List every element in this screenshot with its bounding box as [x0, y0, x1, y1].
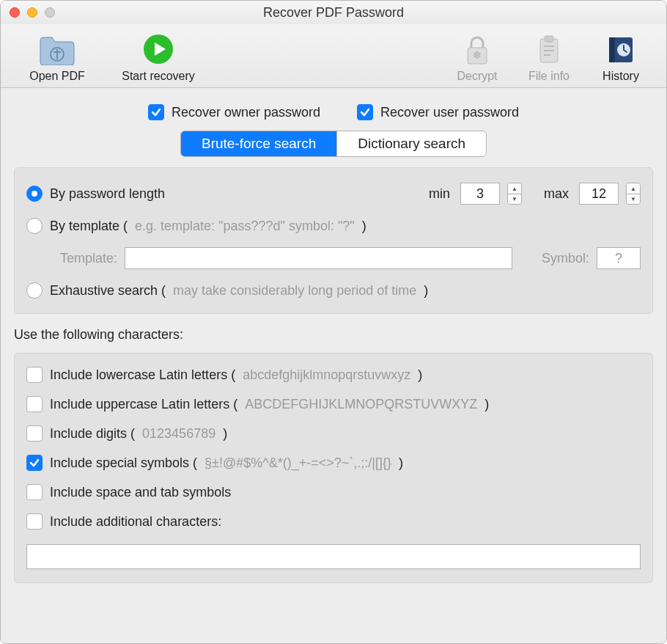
file-info-label: File info	[528, 70, 570, 83]
digits-checkbox[interactable]	[26, 425, 43, 442]
lowercase-checkbox[interactable]	[26, 367, 43, 383]
max-input[interactable]: 12	[579, 183, 619, 205]
close-paren: )	[223, 426, 227, 442]
by-template-radio[interactable]	[26, 218, 43, 234]
by-template-hint: e.g. template: "pass???d" symbol: "?"	[135, 219, 355, 234]
open-pdf-label: Open PDF	[29, 70, 85, 83]
additional-input[interactable]	[26, 544, 641, 569]
titlebar: Recover PDF Password	[1, 1, 666, 24]
recover-user-label: Recover user password	[380, 105, 519, 120]
template-input[interactable]	[125, 247, 512, 269]
symbols-hint: §±!@#$%^&*()_+-=<>?~`,.;:/|[]{}	[204, 455, 391, 471]
recover-owner-checkbox[interactable]	[148, 104, 164, 120]
by-length-label: By password length	[50, 186, 165, 202]
symbols-checkbox[interactable]	[26, 455, 43, 471]
traffic-lights	[10, 7, 55, 18]
recover-user-checkbox[interactable]	[357, 104, 373, 120]
symbols-row: Include special symbols (§±!@#$%^&*()_+-…	[26, 455, 641, 471]
template-input-row: Template: Symbol: ?	[26, 247, 641, 269]
chevron-down-icon[interactable]: ▼	[627, 194, 640, 204]
history-icon	[606, 32, 635, 67]
open-pdf-button[interactable]: Open PDF	[17, 32, 97, 83]
search-mode-tabs: Brute-force search Dictionary search	[14, 131, 653, 157]
digits-hint: 0123456789	[142, 426, 215, 442]
characters-panel: Include lowercase Latin letters (abcdefg…	[14, 353, 653, 583]
play-icon	[142, 32, 174, 67]
start-recovery-button[interactable]: Start recovery	[111, 32, 206, 83]
svg-rect-5	[545, 36, 553, 42]
uppercase-row: Include uppercase Latin letters (ABCDEFG…	[26, 396, 641, 412]
additional-checkbox[interactable]	[26, 513, 43, 530]
uppercase-label: Include uppercase Latin letters (	[50, 397, 237, 412]
history-button[interactable]: History	[592, 32, 650, 83]
window-title: Recover PDF Password	[1, 5, 666, 21]
content: Recover owner password Recover user pass…	[1, 88, 666, 637]
start-recovery-label: Start recovery	[122, 70, 195, 83]
template-label: Template:	[60, 251, 117, 266]
decrypt-label: Decrypt	[457, 70, 497, 83]
lowercase-hint: abcdefghijklmnopqrstuvwxyz	[243, 367, 410, 383]
uppercase-checkbox[interactable]	[26, 396, 43, 412]
max-stepper[interactable]: ▲ ▼	[626, 183, 641, 205]
tab-dictionary[interactable]: Dictionary search	[336, 131, 486, 156]
recover-owner-label: Recover owner password	[172, 105, 320, 120]
min-label: min	[429, 186, 450, 202]
characters-heading: Use the following characters:	[14, 327, 653, 343]
folder-pdf-icon	[37, 32, 77, 67]
additional-row: Include additional characters:	[26, 513, 641, 530]
by-template-label: By template (	[50, 219, 128, 234]
uppercase-hint: ABCDEFGHIJKLMNOPQRSTUVWXYZ	[245, 397, 477, 412]
by-length-radio[interactable]	[26, 186, 43, 202]
close-paren: )	[424, 283, 428, 299]
recover-options-row: Recover owner password Recover user pass…	[14, 101, 653, 120]
recover-owner-row: Recover owner password	[148, 104, 320, 120]
min-stepper[interactable]: ▲ ▼	[507, 183, 522, 205]
lowercase-label: Include lowercase Latin letters (	[50, 367, 235, 383]
chevron-down-icon[interactable]: ▼	[508, 194, 521, 204]
recover-user-row: Recover user password	[357, 104, 519, 120]
history-label: History	[602, 70, 639, 83]
svg-rect-10	[609, 37, 615, 62]
exhaustive-label: Exhaustive search (	[50, 283, 166, 299]
by-template-row: By template ( e.g. template: "pass???d" …	[26, 218, 641, 234]
minimize-icon[interactable]	[27, 7, 37, 18]
close-paren: )	[484, 397, 489, 412]
close-paren: )	[362, 219, 366, 234]
maximize-icon[interactable]	[45, 7, 55, 18]
symbol-input[interactable]: ?	[597, 247, 641, 269]
decrypt-button[interactable]: ✽ Decrypt	[448, 32, 506, 83]
app-window: Recover PDF Password Open PDF Start reco…	[0, 0, 667, 644]
close-icon[interactable]	[10, 7, 20, 18]
lock-icon: ✽	[464, 32, 490, 67]
exhaustive-row: Exhaustive search ( may take considerabl…	[26, 282, 641, 299]
symbol-label: Symbol:	[542, 251, 589, 266]
lowercase-row: Include lowercase Latin letters (abcdefg…	[26, 367, 641, 383]
additional-label: Include additional characters:	[50, 514, 221, 530]
search-method-panel: By password length min 3 ▲ ▼ max 12 ▲ ▼ …	[14, 167, 653, 314]
space-label: Include space and tab symbols	[50, 485, 231, 500]
space-row: Include space and tab symbols	[26, 484, 641, 500]
svg-text:✽: ✽	[473, 49, 482, 61]
digits-row: Include digits (0123456789)	[26, 425, 641, 442]
digits-label: Include digits (	[50, 426, 135, 442]
chevron-up-icon[interactable]: ▲	[627, 183, 640, 194]
file-info-button[interactable]: File info	[520, 32, 578, 83]
close-paren: )	[418, 367, 422, 383]
max-label: max	[544, 186, 569, 202]
toolbar: Open PDF Start recovery ✽ Decrypt	[1, 24, 666, 88]
clipboard-icon	[536, 32, 562, 67]
space-checkbox[interactable]	[26, 484, 43, 500]
chevron-up-icon[interactable]: ▲	[508, 183, 521, 194]
tab-brute-force[interactable]: Brute-force search	[181, 131, 336, 156]
min-input[interactable]: 3	[460, 183, 500, 205]
close-paren: )	[399, 455, 403, 471]
by-length-row: By password length min 3 ▲ ▼ max 12 ▲ ▼	[26, 183, 641, 205]
exhaustive-hint: may take considerably long period of tim…	[173, 283, 416, 299]
exhaustive-radio[interactable]	[26, 282, 43, 299]
symbols-label: Include special symbols (	[50, 455, 197, 471]
